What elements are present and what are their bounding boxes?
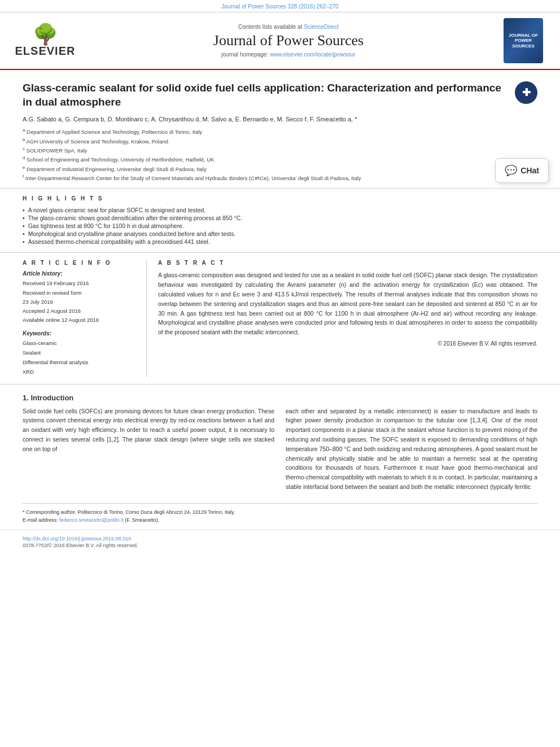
- email-suffix: (F. Smeacetto).: [125, 517, 159, 523]
- article-title: Glass-ceramic sealant for solid oxide fu…: [23, 81, 537, 109]
- intro-text-col1: Solid oxide fuel cells (SOFCs) are promi…: [23, 407, 274, 454]
- accepted-date: Accepted 2 August 2016: [23, 307, 137, 316]
- corresponding-label: * Corresponding author. Politecnico di T…: [23, 509, 235, 515]
- crossmark-container: ✚: [515, 81, 537, 104]
- affiliation-d: d School of Engineering and Technology, …: [23, 155, 537, 164]
- affiliation-b: b AGH University of Science and Technolo…: [23, 137, 537, 146]
- authors-line: A.G. Sabato a, G. Cempura b, D. Montinar…: [23, 116, 537, 123]
- keyword-4: XRD: [23, 367, 137, 377]
- article-info-heading: A R T I C L E I N F O: [23, 260, 137, 266]
- article-info-abstract-section: A R T I C L E I N F O Article history: R…: [0, 253, 560, 384]
- bullet-icon: •: [23, 215, 25, 221]
- keyword-2: Sealant: [23, 348, 137, 357]
- highlight-item-2: •The glass-ceramic shows good densificat…: [23, 214, 537, 222]
- abstract-copyright: © 2016 Elsevier B.V. All rights reserved…: [158, 340, 537, 347]
- highlight-item-1: •A novel glass-ceramic seal for planar S…: [23, 206, 537, 214]
- highlights-list: •A novel glass-ceramic seal for planar S…: [23, 206, 537, 246]
- journal-title: Journal of Power Sources: [79, 32, 498, 49]
- affiliation-e: e Department of Industrial Engineering, …: [23, 164, 537, 173]
- article-info-col: A R T I C L E I N F O Article history: R…: [23, 260, 147, 377]
- received-revised-label: Received in revised form: [23, 289, 137, 298]
- email-link[interactable]: federico.smeacetto@polito.it: [59, 517, 124, 523]
- bullet-icon: •: [23, 238, 25, 245]
- doi-link[interactable]: http://dx.doi.org/10.1016/j.jpowsour.201…: [23, 536, 131, 541]
- journal-header: 🌳 ELSEVIER Contents lists available at S…: [0, 12, 560, 70]
- abstract-heading: A B S T R A C T: [158, 260, 537, 266]
- keywords-label: Keywords:: [23, 330, 137, 337]
- email-label: E-mail address:: [23, 517, 58, 523]
- article-title-section: ✚ Glass-ceramic sealant for solid oxide …: [0, 70, 560, 189]
- introduction-section: 1. Introduction Solid oxide fuel cells (…: [0, 385, 560, 497]
- journal-badge-area: JOURNAL OFPOWERSOURCES: [498, 18, 549, 63]
- affiliation-f: f Inter-Departmental Research Center for…: [23, 173, 537, 182]
- crossmark-icon: ✚: [515, 81, 537, 104]
- elsevier-wordmark: ELSEVIER: [15, 45, 76, 58]
- received-date: Received 19 February 2016: [23, 279, 137, 288]
- intro-section-title: 1. Introduction: [23, 394, 537, 402]
- affiliation-c: c SOLIDPOWER SpA, Italy: [23, 146, 537, 155]
- highlights-heading: H I G H L I G H T S: [23, 195, 537, 202]
- abstract-text: A glass-ceramic composition was designed…: [158, 270, 537, 337]
- chat-icon: 💬: [505, 164, 517, 177]
- intro-text-col2: each other and separated by a metallic i…: [286, 407, 537, 492]
- available-online-date: Available online 12 August 2016: [23, 316, 137, 325]
- highlight-item-5: •Assessed thermo-chemical compatibility …: [23, 238, 537, 246]
- bullet-icon: •: [23, 207, 25, 213]
- highlight-item-3: •Gas tightness test at 800 °C for 1100 h…: [23, 222, 537, 230]
- highlights-section: H I G H L I G H T S •A novel glass-ceram…: [0, 189, 560, 253]
- keyword-3: Differential thermal analysis: [23, 357, 137, 367]
- contents-text: Contents lists available at: [238, 24, 302, 30]
- footnote-section: * Corresponding author. Politecnico di T…: [23, 503, 537, 525]
- keywords-list: Glass-ceramic Sealant Differential therm…: [23, 338, 137, 377]
- bullet-icon: •: [23, 222, 25, 229]
- journal-center-info: Contents lists available at ScienceDirec…: [79, 24, 498, 58]
- chat-bubble[interactable]: 💬 CHat: [495, 158, 549, 183]
- article-history-label: Article history:: [23, 270, 137, 277]
- highlight-item-4: •Morphological and crystalline phase ana…: [23, 230, 537, 238]
- footnote-corresponding: * Corresponding author. Politecnico di T…: [23, 508, 537, 516]
- issn-text: 0378-7753/© 2016 Elsevier B.V. All right…: [23, 543, 537, 548]
- affiliations-list: a Department of Applied Science and Tech…: [23, 127, 537, 182]
- homepage-label: journal homepage:: [221, 51, 268, 58]
- keyword-1: Glass-ceramic: [23, 338, 137, 348]
- journal-reference: Journal of Power Sources 328 (2016) 262–…: [0, 0, 560, 12]
- affiliation-a: a Department of Applied Science and Tech…: [23, 127, 537, 136]
- abstract-col: A B S T R A C T A glass-ceramic composit…: [158, 260, 537, 377]
- footnote-email: E-mail address: federico.smeacetto@polit…: [23, 516, 537, 524]
- science-direct-link[interactable]: ScienceDirect: [304, 24, 339, 30]
- intro-two-col: Solid oxide fuel cells (SOFCs) are promi…: [23, 407, 537, 492]
- elsevier-logo-area: 🌳 ELSEVIER: [11, 24, 79, 58]
- doi-line: http://dx.doi.org/10.1016/j.jpowsour.201…: [23, 535, 537, 541]
- intro-col-1: Solid oxide fuel cells (SOFCs) are promi…: [23, 407, 274, 492]
- journal-ref-text: Journal of Power Sources 328 (2016) 262–…: [221, 3, 338, 10]
- elsevier-tree-icon: 🌳: [33, 24, 58, 45]
- homepage-url[interactable]: www.elsevier.com/locate/jpowsour: [270, 51, 356, 58]
- journal-badge: JOURNAL OFPOWERSOURCES: [504, 18, 543, 63]
- journal-homepage-line: journal homepage: www.elsevier.com/locat…: [79, 51, 498, 58]
- chat-label: CHat: [520, 166, 539, 175]
- bottom-bar: http://dx.doi.org/10.1016/j.jpowsour.201…: [0, 530, 560, 553]
- bullet-icon: •: [23, 230, 25, 237]
- intro-col-2: each other and separated by a metallic i…: [286, 407, 537, 492]
- revised-date: 23 July 2016: [23, 298, 137, 307]
- science-direct-line: Contents lists available at ScienceDirec…: [79, 24, 498, 30]
